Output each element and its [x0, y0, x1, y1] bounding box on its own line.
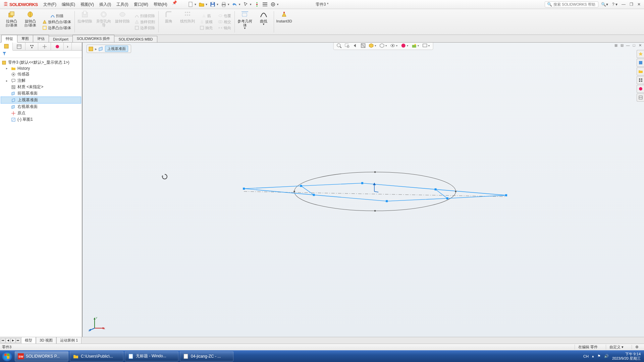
close-button[interactable]: ✕ — [636, 1, 642, 7]
view-triad-icon[interactable]: Y X Z — [89, 315, 105, 332]
lower-tab-nav-last[interactable]: ⏭ — [16, 338, 20, 343]
boundary-button[interactable]: 边界凸台/基体 — [42, 25, 72, 31]
svg-point-24 — [185, 12, 186, 13]
taskbar-explorer[interactable]: C:\Users\Public\... — [70, 351, 123, 361]
print-button[interactable]: ▼ — [220, 1, 230, 8]
status-unit-button[interactable]: ⚙ — [632, 345, 642, 349]
tab-addins[interactable]: SOLIDWORKS 插件 — [72, 35, 115, 42]
extrude-boss-button[interactable]: 拉伸凸台/基体 — [4, 10, 19, 27]
menu-tools[interactable]: 工具(I) — [114, 0, 131, 9]
minimize-button[interactable]: — — [620, 1, 627, 7]
start-button[interactable] — [0, 350, 14, 362]
curves-button[interactable]: 曲线▼ — [256, 10, 271, 26]
graphics-viewport[interactable]: ▸ 上视基准面 ▼ ▼ ▼ ▼ ▼ ▼ ⊞ ⊟ — □ ✕ — [83, 43, 644, 337]
feature-manager-tabs: › — [0, 43, 82, 51]
reference-geometry-button[interactable]: 参考几何体▼ — [237, 10, 252, 30]
origin-icon — [11, 111, 16, 116]
menu-file[interactable]: 文件(F) — [41, 0, 59, 9]
tree-history[interactable]: ▸History — [1, 66, 81, 71]
tray-up-icon[interactable]: ▴ — [592, 354, 594, 358]
tray-clock[interactable]: 下午 9:14 2023/9/20 星期三 — [612, 352, 641, 360]
tab-dimxpert[interactable]: DimXpert — [49, 36, 73, 42]
taskbar-doc[interactable]: 04-jicang-ZC - ... — [180, 351, 233, 361]
status-custom[interactable]: 自定义 ▾ — [606, 345, 627, 350]
feature-manager-panel: › 零件3 (默认<<默认>_显示状态 1>) ▸History 传感器 ▸注解… — [0, 43, 83, 337]
search-help-box[interactable]: 🔍 — [545, 1, 598, 7]
annotation-icon — [11, 78, 16, 83]
search-help-input[interactable] — [553, 2, 596, 6]
svg-text:X: X — [103, 327, 105, 330]
svg-rect-6 — [222, 5, 225, 7]
options-button[interactable] — [261, 1, 269, 8]
tree-top-plane[interactable]: 上视基准面 — [1, 97, 81, 104]
tab-evaluate[interactable]: 评估 — [33, 35, 49, 42]
fm-tab-display[interactable] — [51, 43, 64, 51]
sweep-button[interactable]: 扫描 — [50, 13, 64, 19]
tab-sketch[interactable]: 草图 — [17, 35, 33, 42]
open-button[interactable]: ▼ — [198, 1, 208, 8]
menu-edit[interactable]: 编辑(E) — [59, 0, 78, 9]
mirror-button: 镜向 — [217, 25, 232, 31]
tree-sensors[interactable]: 传感器 — [1, 71, 81, 77]
lower-tab-3dview[interactable]: 3D 视图 — [36, 337, 56, 344]
tray-volume-icon[interactable]: 🔊 — [604, 354, 609, 358]
svg-point-7 — [256, 4, 258, 5]
settings-button[interactable]: ▼ — [269, 1, 280, 8]
svg-rect-11 — [263, 4, 267, 5]
search-dropdown-button[interactable]: 🔍▾ — [600, 1, 609, 7]
tab-features[interactable]: 特征 — [1, 35, 17, 43]
svg-point-27 — [185, 14, 186, 16]
tree-sketch1[interactable]: (-) 草图1 — [1, 116, 81, 123]
logo-text: SOLIDWORKS — [9, 2, 38, 7]
help-button[interactable]: ? ▾ — [611, 1, 619, 7]
save-button[interactable]: ▼ — [209, 1, 219, 8]
intersect-button: 相交 — [217, 19, 232, 25]
tray-flag-icon[interactable]: ⚑ — [597, 354, 601, 358]
svg-rect-37 — [4, 44, 8, 48]
svg-rect-102 — [184, 354, 188, 359]
windows-taskbar: SWSOLIDWORKS P... C:\Users\Public\... 无标… — [0, 350, 644, 362]
fm-tab-tree[interactable] — [0, 43, 13, 51]
quick-access-toolbar: ▼ ▼ ▼ ▼ ▼ ▼ ▼ — [187, 1, 280, 8]
pin-icon[interactable]: 📌 — [172, 0, 177, 9]
svg-rect-76 — [361, 182, 363, 184]
tree-root[interactable]: 零件3 (默认<<默认>_显示状态 1>) — [1, 59, 81, 66]
fm-tab-more[interactable]: › — [64, 43, 72, 51]
instant3d-button[interactable]: Instant3D — [277, 10, 291, 23]
lower-tab-model[interactable]: 模型 — [21, 337, 36, 344]
select-button[interactable]: ▼ — [242, 1, 253, 8]
new-button[interactable]: ▼ — [187, 1, 198, 8]
fm-tab-config[interactable] — [25, 43, 38, 51]
menu-insert[interactable]: 插入(I) — [97, 0, 114, 9]
menu-window[interactable]: 窗口(W) — [131, 0, 151, 9]
ime-indicator[interactable]: CH — [583, 354, 589, 358]
taskbar-notepad[interactable]: 无标题 - Windo... — [125, 351, 178, 361]
lower-tab-nav-first[interactable]: ⏮ — [1, 338, 5, 343]
tree-origin[interactable]: 原点 — [1, 110, 81, 116]
svg-rect-98 — [7, 356, 9, 359]
lower-tab-motion[interactable]: 运动算例 1 — [56, 337, 82, 344]
hole-icon — [100, 10, 108, 18]
restore-button[interactable]: ❐ — [628, 1, 635, 7]
rebuild-button[interactable] — [253, 1, 261, 8]
filter-icon[interactable] — [2, 51, 7, 56]
svg-point-9 — [257, 6, 258, 7]
menu-view[interactable]: 视图(V) — [78, 0, 97, 9]
taskbar-solidworks[interactable]: SWSOLIDWORKS P... — [15, 351, 68, 361]
command-manager-ribbon: 拉伸凸台/基体 旋转凸台/基体 扫描 放样凸台/基体 边界凸台/基体 拉伸切除 … — [0, 9, 644, 35]
folder-icon — [73, 353, 79, 359]
fm-tab-dimxpert[interactable] — [38, 43, 51, 51]
tree-material[interactable]: 材质 <未指定> — [1, 84, 81, 90]
tree-annotations[interactable]: ▸注解 — [1, 77, 81, 84]
tree-front-plane[interactable]: 前视基准面 — [1, 90, 81, 97]
loft-button[interactable]: 放样凸台/基体 — [42, 19, 72, 25]
fm-tab-property[interactable] — [13, 43, 25, 51]
menu-help[interactable]: 帮助(H) — [151, 0, 170, 9]
svg-line-73 — [436, 189, 447, 198]
lower-tab-nav-prev[interactable]: ◀ — [6, 338, 10, 343]
revolve-boss-button[interactable]: 旋转凸台/基体 — [23, 10, 38, 27]
tab-mbd[interactable]: SOLIDWORKS MBD — [114, 36, 157, 42]
tree-right-plane[interactable]: 右视基准面 — [1, 104, 81, 110]
lower-tab-nav-next[interactable]: ▶ — [11, 338, 15, 343]
undo-button[interactable]: ▼ — [231, 1, 241, 8]
